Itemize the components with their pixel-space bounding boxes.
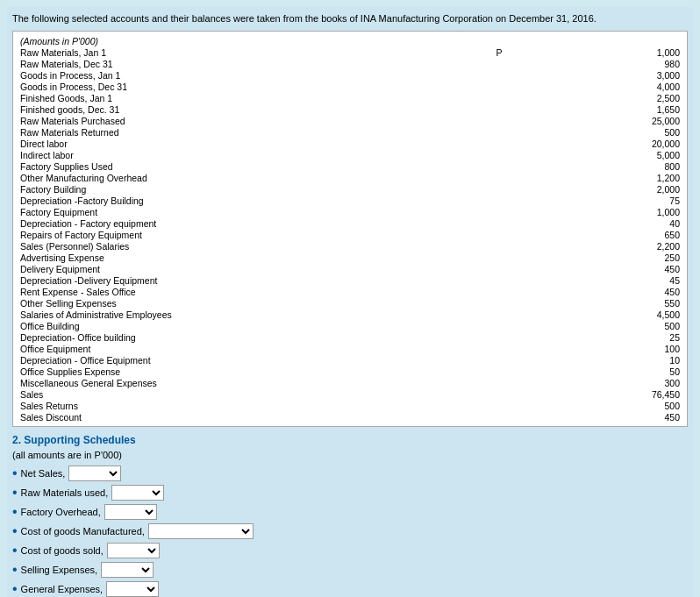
table-row: Rent Expense - Sales Office 450 <box>18 286 682 297</box>
bullet-dot-icon: • <box>12 486 18 500</box>
section2-subtitle: (all amounts are in P'000) <box>12 450 688 460</box>
row-label: Advertising Expense <box>18 252 482 263</box>
bullet-dot-icon: • <box>12 563 18 577</box>
row-amount: 1,000 <box>516 46 682 58</box>
bullet-label: Selling Expenses, <box>21 565 97 575</box>
bullet-item: •Cost of goods sold, <box>12 543 688 558</box>
bullet-dropdown[interactable] <box>104 504 157 520</box>
row-amount: 25,000 <box>516 115 682 126</box>
row-indicator <box>482 297 516 309</box>
main-container: The following selected accounts and thei… <box>7 7 693 597</box>
table-row: Depreciation- Office building 25 <box>18 331 682 343</box>
row-label: Salaries of Administrative Employees <box>18 309 482 320</box>
row-indicator <box>482 331 516 343</box>
row-indicator <box>482 69 516 81</box>
row-indicator <box>482 206 516 217</box>
bullet-label: Net Sales, <box>21 468 66 479</box>
row-label: Office Supplies Expense <box>18 366 482 377</box>
table-row: Office Supplies Expense 50 <box>18 366 682 377</box>
table-row: Direct labor 20,000 <box>18 138 682 149</box>
bullet-dropdown[interactable] <box>106 581 159 597</box>
table-row: Sales (Personnel) Salaries 2,200 <box>18 240 682 252</box>
bullet-dot-icon: • <box>12 544 18 558</box>
bullet-dot-icon: • <box>12 466 18 480</box>
row-amount: 450 <box>516 263 682 274</box>
row-amount: 2,500 <box>516 92 682 103</box>
row-indicator <box>482 411 516 423</box>
row-amount: 50 <box>516 366 682 377</box>
row-amount: 4,500 <box>516 309 682 320</box>
row-indicator <box>482 309 516 320</box>
bullet-item: •Cost of goods Manufactured, <box>12 523 688 539</box>
row-indicator <box>482 343 516 354</box>
row-amount: 500 <box>516 320 682 331</box>
row-indicator <box>482 263 516 274</box>
row-indicator <box>482 400 516 411</box>
row-amount: 800 <box>516 160 682 172</box>
row-label: Depreciation- Office building <box>18 331 482 343</box>
row-label: Direct labor <box>18 138 482 149</box>
bullet-item: •Net Sales, <box>12 466 688 481</box>
row-label: Rent Expense - Sales Office <box>18 286 482 297</box>
table-row: Salaries of Administrative Employees 4,5… <box>18 309 682 320</box>
row-indicator <box>482 115 516 126</box>
row-indicator <box>482 183 516 195</box>
table-row: Sales Discount 450 <box>18 411 682 423</box>
row-amount: 450 <box>516 411 682 423</box>
row-indicator <box>482 354 516 366</box>
table-row: Raw Materials, Jan 1 P 1,000 <box>18 46 682 58</box>
bullet-label: Raw Materials used, <box>21 487 109 498</box>
row-indicator <box>482 252 516 263</box>
table-row: Depreciation -Factory Building 75 <box>18 195 682 206</box>
bullet-item: •Selling Expenses, <box>12 562 688 578</box>
table-row: Factory Building 2,000 <box>18 183 682 195</box>
row-indicator <box>482 138 516 149</box>
table-row: Goods in Process, Jan 1 3,000 <box>18 69 682 81</box>
bullet-dropdown[interactable] <box>68 466 121 481</box>
table-row: Other Selling Expenses 550 <box>18 297 682 309</box>
row-label: Other Manufacturing Overhead <box>18 172 482 183</box>
row-amount: 500 <box>516 126 682 138</box>
row-label: Raw Materials Purchased <box>18 115 482 126</box>
row-indicator <box>482 377 516 388</box>
bullet-dropdown[interactable] <box>111 485 164 501</box>
table-row: Indirect labor 5,000 <box>18 149 682 160</box>
bullet-item: •General Expenses, <box>12 581 688 597</box>
row-label: Raw Materials, Dec 31 <box>18 58 482 69</box>
bullet-dropdown[interactable] <box>107 543 160 558</box>
accounts-table: (Amounts in P'000) <box>18 35 682 46</box>
row-indicator <box>482 172 516 183</box>
row-amount: 20,000 <box>516 138 682 149</box>
row-label: Office Equipment <box>18 343 482 354</box>
row-label: Other Selling Expenses <box>18 297 482 309</box>
table-row: Office Building 500 <box>18 320 682 331</box>
row-label: Depreciation - Factory equipment <box>18 217 482 229</box>
row-indicator <box>482 103 516 115</box>
row-label: Delivery Equipment <box>18 263 482 274</box>
row-indicator <box>482 240 516 252</box>
bullet-dropdown[interactable] <box>101 562 154 578</box>
row-amount: 500 <box>516 400 682 411</box>
table-row: Office Equipment 100 <box>18 343 682 354</box>
bullet-list: •Net Sales,•Raw Materials used,•Factory … <box>12 466 688 597</box>
row-amount: 25 <box>516 331 682 343</box>
row-label: Repairs of Factory Equipment <box>18 229 482 240</box>
table-row: Sales 76,450 <box>18 388 682 400</box>
row-label: Sales (Personnel) Salaries <box>18 240 482 252</box>
row-amount: 45 <box>516 274 682 286</box>
row-amount: 10 <box>516 354 682 366</box>
accounts-table-container: (Amounts in P'000) Raw Materials, Jan 1 … <box>12 31 688 427</box>
row-indicator <box>482 160 516 172</box>
row-label: Depreciation -Delivery Equipment <box>18 274 482 286</box>
table-row: Miscellaneous General Expenses 300 <box>18 377 682 388</box>
bullet-dot-icon: • <box>12 505 18 519</box>
row-amount: 250 <box>516 252 682 263</box>
bullet-label: Cost of goods sold, <box>21 545 104 556</box>
bullet-label: Factory Overhead, <box>21 507 101 517</box>
bullet-dropdown[interactable] <box>148 523 254 539</box>
row-label: Raw Materials, Jan 1 <box>18 46 482 58</box>
row-indicator <box>482 388 516 400</box>
row-label: Finished Goods, Jan 1 <box>18 92 482 103</box>
row-indicator <box>482 126 516 138</box>
table-row: Delivery Equipment 450 <box>18 263 682 274</box>
